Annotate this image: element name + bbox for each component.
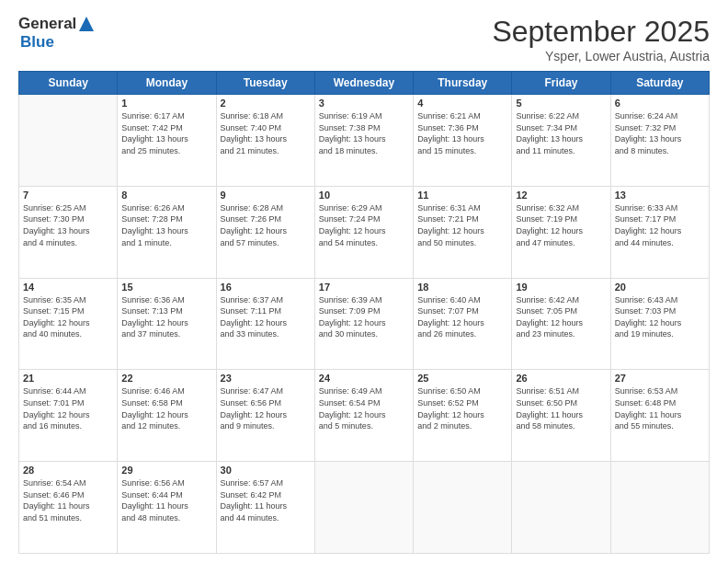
day-number: 24 [319, 373, 409, 384]
calendar-cell: 20Sunrise: 6:43 AM Sunset: 7:03 PM Dayli… [610, 278, 709, 370]
day-number: 2 [221, 98, 311, 109]
day-number: 20 [615, 282, 705, 293]
calendar-cell [314, 462, 413, 554]
day-info: Sunrise: 6:46 AM Sunset: 6:58 PM Dayligh… [121, 385, 211, 431]
calendar-body: 1Sunrise: 6:17 AM Sunset: 7:42 PM Daylig… [19, 95, 710, 554]
day-info: Sunrise: 6:21 AM Sunset: 7:36 PM Dayligh… [417, 110, 507, 156]
month-title: September 2025 [492, 15, 710, 49]
calendar-header: SundayMondayTuesdayWednesdayThursdayFrid… [19, 72, 710, 95]
calendar-cell: 18Sunrise: 6:40 AM Sunset: 7:07 PM Dayli… [414, 278, 512, 370]
day-info: Sunrise: 6:26 AM Sunset: 7:28 PM Dayligh… [121, 202, 211, 248]
calendar-cell [19, 95, 118, 187]
day-info: Sunrise: 6:49 AM Sunset: 6:54 PM Dayligh… [319, 385, 409, 431]
calendar-cell: 28Sunrise: 6:54 AM Sunset: 6:46 PM Dayli… [19, 462, 118, 554]
calendar-table: SundayMondayTuesdayWednesdayThursdayFrid… [18, 71, 710, 554]
day-header-saturday: Saturday [610, 72, 709, 95]
day-number: 5 [516, 98, 606, 109]
day-info: Sunrise: 6:31 AM Sunset: 7:21 PM Dayligh… [417, 202, 507, 248]
day-info: Sunrise: 6:36 AM Sunset: 7:13 PM Dayligh… [121, 294, 211, 340]
day-number: 14 [23, 282, 113, 293]
day-number: 1 [121, 98, 211, 109]
logo-icon [77, 15, 96, 33]
calendar-cell: 8Sunrise: 6:26 AM Sunset: 7:28 PM Daylig… [118, 186, 216, 278]
day-number: 23 [221, 373, 311, 384]
day-info: Sunrise: 6:44 AM Sunset: 7:01 PM Dayligh… [23, 385, 113, 431]
day-number: 21 [23, 373, 113, 384]
day-info: Sunrise: 6:50 AM Sunset: 6:52 PM Dayligh… [417, 385, 507, 431]
logo-general-text: General [18, 15, 76, 33]
calendar-cell: 3Sunrise: 6:19 AM Sunset: 7:38 PM Daylig… [314, 95, 413, 187]
calendar-cell [414, 462, 512, 554]
calendar-cell: 14Sunrise: 6:35 AM Sunset: 7:15 PM Dayli… [19, 278, 118, 370]
day-header-monday: Monday [118, 72, 216, 95]
day-info: Sunrise: 6:17 AM Sunset: 7:42 PM Dayligh… [121, 110, 211, 156]
day-number: 15 [121, 282, 211, 293]
day-number: 12 [516, 190, 606, 201]
day-info: Sunrise: 6:39 AM Sunset: 7:09 PM Dayligh… [319, 294, 409, 340]
day-header-friday: Friday [512, 72, 610, 95]
calendar-cell: 16Sunrise: 6:37 AM Sunset: 7:11 PM Dayli… [216, 278, 314, 370]
day-header-tuesday: Tuesday [216, 72, 314, 95]
day-number: 26 [516, 373, 606, 384]
day-number: 28 [23, 465, 113, 476]
logo: General Blue [18, 15, 97, 52]
calendar-cell: 12Sunrise: 6:32 AM Sunset: 7:19 PM Dayli… [512, 186, 610, 278]
day-number: 17 [319, 282, 409, 293]
calendar-cell: 6Sunrise: 6:24 AM Sunset: 7:32 PM Daylig… [610, 95, 709, 187]
day-number: 13 [615, 190, 705, 201]
day-info: Sunrise: 6:43 AM Sunset: 7:03 PM Dayligh… [615, 294, 705, 340]
day-info: Sunrise: 6:19 AM Sunset: 7:38 PM Dayligh… [319, 110, 409, 156]
calendar-cell: 27Sunrise: 6:53 AM Sunset: 6:48 PM Dayli… [610, 370, 709, 462]
day-number: 7 [23, 190, 113, 201]
day-info: Sunrise: 6:42 AM Sunset: 7:05 PM Dayligh… [516, 294, 606, 340]
calendar-cell: 7Sunrise: 6:25 AM Sunset: 7:30 PM Daylig… [19, 186, 118, 278]
calendar-cell: 1Sunrise: 6:17 AM Sunset: 7:42 PM Daylig… [118, 95, 216, 187]
day-header-sunday: Sunday [19, 72, 118, 95]
logo-blue-text: Blue [20, 33, 54, 51]
day-info: Sunrise: 6:53 AM Sunset: 6:48 PM Dayligh… [615, 385, 705, 431]
day-number: 8 [121, 190, 211, 201]
day-info: Sunrise: 6:24 AM Sunset: 7:32 PM Dayligh… [615, 110, 705, 156]
day-info: Sunrise: 6:22 AM Sunset: 7:34 PM Dayligh… [516, 110, 606, 156]
week-row-5: 28Sunrise: 6:54 AM Sunset: 6:46 PM Dayli… [19, 462, 710, 554]
day-number: 11 [417, 190, 507, 201]
day-number: 30 [221, 465, 311, 476]
calendar-cell: 11Sunrise: 6:31 AM Sunset: 7:21 PM Dayli… [414, 186, 512, 278]
week-row-1: 1Sunrise: 6:17 AM Sunset: 7:42 PM Daylig… [19, 95, 710, 187]
header: General Blue September 2025 Ysper, Lower… [18, 15, 710, 63]
day-number: 27 [615, 373, 705, 384]
day-header-wednesday: Wednesday [314, 72, 413, 95]
day-number: 16 [221, 282, 311, 293]
day-number: 25 [417, 373, 507, 384]
calendar-cell: 21Sunrise: 6:44 AM Sunset: 7:01 PM Dayli… [19, 370, 118, 462]
day-number: 29 [121, 465, 211, 476]
day-info: Sunrise: 6:28 AM Sunset: 7:26 PM Dayligh… [221, 202, 311, 248]
day-info: Sunrise: 6:29 AM Sunset: 7:24 PM Dayligh… [319, 202, 409, 248]
calendar-cell: 25Sunrise: 6:50 AM Sunset: 6:52 PM Dayli… [414, 370, 512, 462]
calendar-cell: 24Sunrise: 6:49 AM Sunset: 6:54 PM Dayli… [314, 370, 413, 462]
day-info: Sunrise: 6:54 AM Sunset: 6:46 PM Dayligh… [23, 477, 113, 523]
week-row-3: 14Sunrise: 6:35 AM Sunset: 7:15 PM Dayli… [19, 278, 710, 370]
week-row-2: 7Sunrise: 6:25 AM Sunset: 7:30 PM Daylig… [19, 186, 710, 278]
day-info: Sunrise: 6:37 AM Sunset: 7:11 PM Dayligh… [221, 294, 311, 340]
day-number: 6 [615, 98, 705, 109]
day-info: Sunrise: 6:51 AM Sunset: 6:50 PM Dayligh… [516, 385, 606, 431]
day-number: 10 [319, 190, 409, 201]
calendar-cell [512, 462, 610, 554]
day-info: Sunrise: 6:57 AM Sunset: 6:42 PM Dayligh… [221, 477, 311, 523]
day-number: 19 [516, 282, 606, 293]
calendar-cell: 30Sunrise: 6:57 AM Sunset: 6:42 PM Dayli… [216, 462, 314, 554]
day-number: 9 [221, 190, 311, 201]
day-number: 3 [319, 98, 409, 109]
page: General Blue September 2025 Ysper, Lower… [0, 0, 728, 563]
calendar-cell: 17Sunrise: 6:39 AM Sunset: 7:09 PM Dayli… [314, 278, 413, 370]
day-info: Sunrise: 6:33 AM Sunset: 7:17 PM Dayligh… [615, 202, 705, 248]
location-subtitle: Ysper, Lower Austria, Austria [492, 49, 710, 63]
day-info: Sunrise: 6:25 AM Sunset: 7:30 PM Dayligh… [23, 202, 113, 248]
day-number: 22 [121, 373, 211, 384]
day-number: 18 [417, 282, 507, 293]
day-info: Sunrise: 6:35 AM Sunset: 7:15 PM Dayligh… [23, 294, 113, 340]
calendar-cell: 13Sunrise: 6:33 AM Sunset: 7:17 PM Dayli… [610, 186, 709, 278]
calendar-cell: 15Sunrise: 6:36 AM Sunset: 7:13 PM Dayli… [118, 278, 216, 370]
week-row-4: 21Sunrise: 6:44 AM Sunset: 7:01 PM Dayli… [19, 370, 710, 462]
